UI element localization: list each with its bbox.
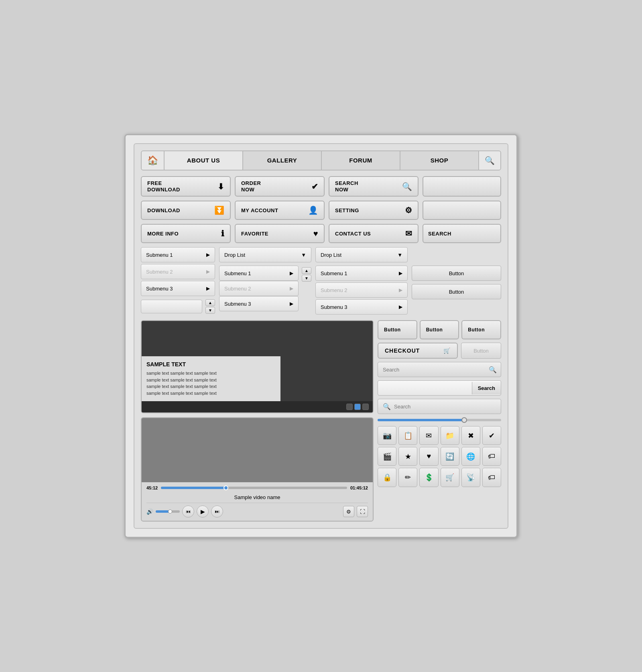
checkout-button[interactable]: CHECKOUT 🛒 (378, 343, 458, 359)
star-icon-btn[interactable]: ★ (398, 447, 417, 466)
camera-icon-btn[interactable]: 📷 (378, 426, 396, 445)
progress-track[interactable] (161, 487, 347, 489)
submenu-1-item[interactable]: Submenu 1 ▶ (141, 247, 215, 262)
menus-section: Submenu 1 ▶ Submenu 2 ▶ Submenu 3 ▶ ▲ ▼ (141, 247, 501, 315)
nav-gallery[interactable]: GALLERY (243, 151, 322, 170)
right-content: Button Button Button CHECKOUT 🛒 Button (378, 320, 501, 522)
btn-pair-3[interactable]: Button (461, 320, 501, 339)
range-slider[interactable] (378, 419, 501, 421)
video-player: 45:12 01:45:12 Sample video name 🔊 (141, 417, 374, 522)
nav-about-us[interactable]: ABOUT US (165, 151, 243, 170)
lock-icon-btn[interactable]: 🔒 (378, 468, 396, 487)
side-button-2[interactable]: Button (412, 284, 501, 299)
dot-2[interactable] (354, 404, 361, 410)
fullscreen-button[interactable]: ⛶ (357, 506, 368, 517)
nav-shop[interactable]: SHOP (400, 151, 479, 170)
dot-3[interactable] (362, 404, 369, 410)
scroll-down-button-2[interactable]: ▼ (302, 275, 311, 282)
blank-button-1 (423, 176, 501, 197)
rss-icon-btn[interactable]: 📡 (461, 468, 480, 487)
search-submit-button[interactable]: Search (472, 382, 501, 394)
submenu-3-item[interactable]: Submenu 3 ▶ (141, 281, 215, 296)
submenu-3-col2[interactable]: Submenu 3 ▶ (219, 296, 299, 311)
submenu-arrow-icon: ▶ (290, 286, 293, 291)
check-icon-btn[interactable]: ✔ (482, 426, 501, 445)
search-input-3[interactable] (394, 404, 496, 410)
nav-home-button[interactable]: 🏠 (142, 151, 165, 170)
scroll-up-button-2[interactable]: ▲ (302, 267, 311, 274)
chevron-down-icon: ▼ (397, 252, 402, 258)
side-button-1[interactable]: Button (412, 266, 501, 281)
dropdown-2[interactable]: Drop List ▼ (315, 247, 408, 262)
order-now-button[interactable]: ORDERNOW ✔ (235, 176, 325, 197)
dollar-icon-btn[interactable]: 💲 (419, 468, 438, 487)
setting-button[interactable]: SETTING ⚙ (329, 201, 419, 220)
free-download-button[interactable]: FREEDOWNLOAD ⬇ (141, 176, 231, 197)
download-button[interactable]: DOWNLOAD ⏬ (141, 201, 231, 220)
search-bar-1: 🔍 (378, 362, 501, 377)
tag-icon-btn[interactable]: 🏷 (482, 447, 501, 466)
globe-icon-btn[interactable]: 🌐 (461, 447, 480, 466)
nav-forum[interactable]: FORUM (322, 151, 400, 170)
scroll-up-button[interactable]: ▲ (205, 299, 215, 306)
folder-icon-btn[interactable]: 📁 (441, 426, 459, 445)
checkmark-icon: ✔ (311, 182, 319, 191)
outer-frame: 🏠 ABOUT US GALLERY FORUM SHOP 🔍 FREEDOWN… (124, 134, 518, 538)
submenu-arrow-icon: ▶ (399, 270, 402, 276)
search-now-button[interactable]: SEARCHNOW 🔍 (329, 176, 419, 197)
disabled-button: Button (461, 343, 501, 359)
btn-pair-1[interactable]: Button (378, 320, 417, 339)
slider-row (378, 417, 501, 423)
cart-icon: 🛒 (443, 347, 451, 354)
cart-icon-btn[interactable]: 🛒 (441, 468, 459, 487)
rewind-button[interactable]: ⏮ (182, 506, 194, 518)
volume-slider[interactable] (156, 510, 180, 513)
contact-us-button[interactable]: CONTACT US ✉ (329, 224, 419, 243)
search-input-1[interactable] (378, 363, 485, 376)
submenu-2-item[interactable]: Submenu 2 ▶ (141, 264, 215, 279)
dropdown-1[interactable]: Drop List ▼ (219, 247, 311, 262)
label-icon-btn[interactable]: 🏷 (482, 468, 501, 487)
menu-column-1: Submenu 1 ▶ Submenu 2 ▶ Submenu 3 ▶ ▲ ▼ (141, 247, 215, 315)
heart-icon: ♥ (313, 229, 318, 238)
search-input-2[interactable] (378, 382, 472, 394)
nav-search-button[interactable]: 🔍 (479, 151, 500, 170)
search-icon-1[interactable]: 🔍 (485, 363, 501, 377)
scroll-controls-2: ▲ ▼ (302, 267, 311, 311)
search-icon[interactable]: 🔍 (500, 226, 501, 241)
dot-1[interactable] (346, 404, 353, 410)
close-icon-btn[interactable]: ✖ (461, 426, 480, 445)
pen-icon-btn[interactable]: ✏ (398, 468, 417, 487)
submenu-arrow-icon: ▶ (206, 286, 210, 291)
left-content: SAMPLE TEXT sample text sample text samp… (141, 320, 374, 522)
favorite-button[interactable]: FAVORITE ♥ (235, 224, 325, 243)
fast-forward-button[interactable]: ⏭ (211, 506, 223, 518)
more-info-button[interactable]: MORE INFO ℹ (141, 224, 231, 243)
submenu-3-col3[interactable]: Submenu 3 ▶ (315, 299, 408, 315)
btn-pair-2[interactable]: Button (420, 320, 459, 339)
scroll-down-button[interactable]: ▼ (205, 307, 215, 314)
chevron-down-icon: ▼ (301, 252, 306, 258)
search-bar-2: Search (378, 380, 501, 396)
progress-fill (161, 487, 226, 489)
search-input[interactable] (423, 227, 500, 240)
person-icon: 👤 (308, 205, 319, 215)
search-field-container: 🔍 (423, 224, 501, 243)
play-button[interactable]: ▶ (197, 506, 209, 518)
my-account-button[interactable]: MY ACCOUNT 👤 (235, 201, 325, 220)
heart-icon-btn[interactable]: ♥ (419, 447, 438, 466)
video-icon-btn[interactable]: 🎬 (378, 447, 396, 466)
list-icon-btn[interactable]: 📋 (398, 426, 417, 445)
submenu-1-col3[interactable]: Submenu 1 ▶ (315, 266, 408, 281)
download-icon: ⬇ (217, 182, 225, 191)
search-now-icon: 🔍 (402, 182, 412, 191)
card-content: SAMPLE TEXT sample text sample text samp… (142, 356, 280, 401)
settings-button[interactable]: ⚙ (343, 506, 354, 517)
mail-icon-btn[interactable]: ✉ (419, 426, 438, 445)
submenu-2-col2[interactable]: Submenu 2 ▶ (219, 281, 299, 296)
submenu-arrow-icon: ▶ (290, 270, 293, 276)
refresh-icon-btn[interactable]: 🔄 (441, 447, 459, 466)
nav-bar: 🏠 ABOUT US GALLERY FORUM SHOP 🔍 (141, 150, 501, 171)
submenu-1-col2[interactable]: Submenu 1 ▶ (219, 266, 299, 281)
submenu-2-col3[interactable]: Submenu 2 ▶ (315, 282, 408, 298)
